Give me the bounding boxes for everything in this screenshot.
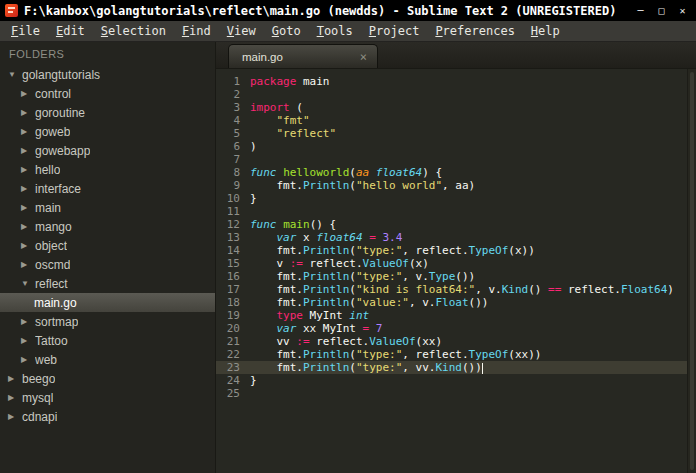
tab-close-icon[interactable]: × [360,50,367,64]
code-line-22[interactable]: 22 fmt.Println("type:", reflect.TypeOf(x… [216,348,696,361]
chevron-right-icon[interactable]: ▶ [8,374,22,383]
scrollbar-thumb[interactable] [690,72,694,470]
tab-label: main.go [242,51,283,63]
tree-item-label: reflect [35,277,68,291]
chevron-down-icon[interactable]: ▼ [8,70,22,79]
code-line-12[interactable]: 12func main() { [216,218,696,231]
chevron-right-icon[interactable]: ▶ [21,336,35,345]
menu-help[interactable]: Help [523,22,568,40]
menu-goto[interactable]: Goto [264,22,309,40]
chevron-right-icon[interactable]: ▶ [21,260,35,269]
code-line-21[interactable]: 21 vv := reflect.ValueOf(xx) [216,335,696,348]
minimize-button[interactable]: ─ [632,4,649,18]
sidebar-item-beego[interactable]: ▶beego [0,369,215,388]
menu-project[interactable]: Project [361,22,428,40]
code-line-2[interactable]: 2 [216,88,696,101]
editor-column: main.go × 1package main23import (4 "fmt"… [215,42,696,473]
code-line-4[interactable]: 4 "fmt" [216,114,696,127]
sidebar-item-cdnapi[interactable]: ▶cdnapi [0,407,215,426]
menu-tools[interactable]: Tools [309,22,361,40]
chevron-right-icon[interactable]: ▶ [21,222,35,231]
menu-edit[interactable]: Edit [48,22,93,40]
text-cursor [482,363,483,374]
code-line-8[interactable]: 8func helloworld(aa float64) { [216,166,696,179]
code-line-18[interactable]: 18 fmt.Println("value:", v.Float()) [216,296,696,309]
code-text: fmt.Println("hello world", aa) [250,179,475,192]
sidebar-item-object[interactable]: ▶object [0,236,215,255]
code-line-25[interactable]: 25 [216,387,696,400]
tree-item-label: hello [35,163,60,177]
sidebar-item-goroutine[interactable]: ▶goroutine [0,103,215,122]
code-line-1[interactable]: 1package main [216,75,696,88]
tab-main-go[interactable]: main.go × [228,44,378,68]
sidebar-item-oscmd[interactable]: ▶oscmd [0,255,215,274]
chevron-right-icon[interactable]: ▶ [21,241,35,250]
sidebar-item-main[interactable]: ▶main [0,198,215,217]
line-number: 11 [216,205,250,218]
code-text: vv := reflect.ValueOf(xx) [250,335,442,348]
tab-bar: main.go × [216,42,696,69]
tree-item-label: gowebapp [35,144,90,158]
code-line-24[interactable]: 24} [216,374,696,387]
editor-scrollbar[interactable] [687,69,696,473]
menu-find[interactable]: Find [174,22,219,40]
app-icon [5,4,18,17]
chevron-right-icon[interactable]: ▶ [21,127,35,136]
sidebar-item-hello[interactable]: ▶hello [0,160,215,179]
sidebar-item-sortmap[interactable]: ▶sortmap [0,312,215,331]
sidebar-item-gowebapp[interactable]: ▶gowebapp [0,141,215,160]
sidebar-item-control[interactable]: ▶control [0,84,215,103]
chevron-right-icon[interactable]: ▶ [21,355,35,364]
code-text: "reflect" [250,127,336,140]
chevron-right-icon[interactable]: ▶ [21,184,35,193]
chevron-right-icon[interactable]: ▶ [21,89,35,98]
sidebar-item-interface[interactable]: ▶interface [0,179,215,198]
chevron-right-icon[interactable]: ▶ [8,393,22,402]
chevron-right-icon[interactable]: ▶ [21,146,35,155]
sidebar-item-mango[interactable]: ▶mango [0,217,215,236]
close-button[interactable]: ✕ [674,4,691,18]
sidebar-item-golangtutorials[interactable]: ▼golangtutorials [0,65,215,84]
code-line-23[interactable]: 23 fmt.Println("type:", vv.Kind()) [216,361,696,374]
sublime-window: F:\kanbox\golangtutorials\reflect\main.g… [0,0,696,473]
maximize-button[interactable]: □ [653,4,670,18]
code-line-11[interactable]: 11 [216,205,696,218]
sidebar-item-reflect[interactable]: ▼reflect [0,274,215,293]
code-line-10[interactable]: 10} [216,192,696,205]
code-line-17[interactable]: 17 fmt.Println("kind is float64:", v.Kin… [216,283,696,296]
chevron-right-icon[interactable]: ▶ [21,165,35,174]
chevron-right-icon[interactable]: ▶ [21,108,35,117]
menu-selection[interactable]: Selection [93,22,174,40]
code-line-6[interactable]: 6) [216,140,696,153]
line-number: 4 [216,114,250,127]
sidebar-file-main-go[interactable]: main.go [0,293,215,312]
code-line-9[interactable]: 9 fmt.Println("hello world", aa) [216,179,696,192]
chevron-right-icon[interactable]: ▶ [21,317,35,326]
code-editor[interactable]: 1package main23import (4 "fmt"5 "reflect… [216,69,696,473]
sidebar-item-web[interactable]: ▶web [0,350,215,369]
chevron-right-icon[interactable]: ▶ [21,203,35,212]
code-line-14[interactable]: 14 fmt.Println("type:", reflect.TypeOf(x… [216,244,696,257]
window-title: F:\kanbox\golangtutorials\reflect\main.g… [24,4,616,18]
code-line-3[interactable]: 3import ( [216,101,696,114]
menu-preferences[interactable]: Preferences [427,22,522,40]
tree-item-label: oscmd [35,258,70,272]
code-line-5[interactable]: 5 "reflect" [216,127,696,140]
chevron-down-icon[interactable]: ▼ [21,279,35,288]
code-line-20[interactable]: 20 var xx MyInt = 7 [216,322,696,335]
menu-view[interactable]: View [219,22,264,40]
sidebar-item-goweb[interactable]: ▶goweb [0,122,215,141]
code-line-15[interactable]: 15 v := reflect.ValueOf(x) [216,257,696,270]
code-line-13[interactable]: 13 var x float64 = 3.4 [216,231,696,244]
code-text: var xx MyInt = 7 [250,322,382,335]
menu-file[interactable]: File [3,22,48,40]
sidebar-item-tattoo[interactable]: ▶Tattoo [0,331,215,350]
line-number: 5 [216,127,250,140]
tree-item-label: control [35,87,71,101]
chevron-right-icon[interactable]: ▶ [8,412,22,421]
code-line-19[interactable]: 19 type MyInt int [216,309,696,322]
line-number: 10 [216,192,250,205]
code-line-7[interactable]: 7 [216,153,696,166]
sidebar-item-mysql[interactable]: ▶mysql [0,388,215,407]
code-line-16[interactable]: 16 fmt.Println("type:", v.Type()) [216,270,696,283]
